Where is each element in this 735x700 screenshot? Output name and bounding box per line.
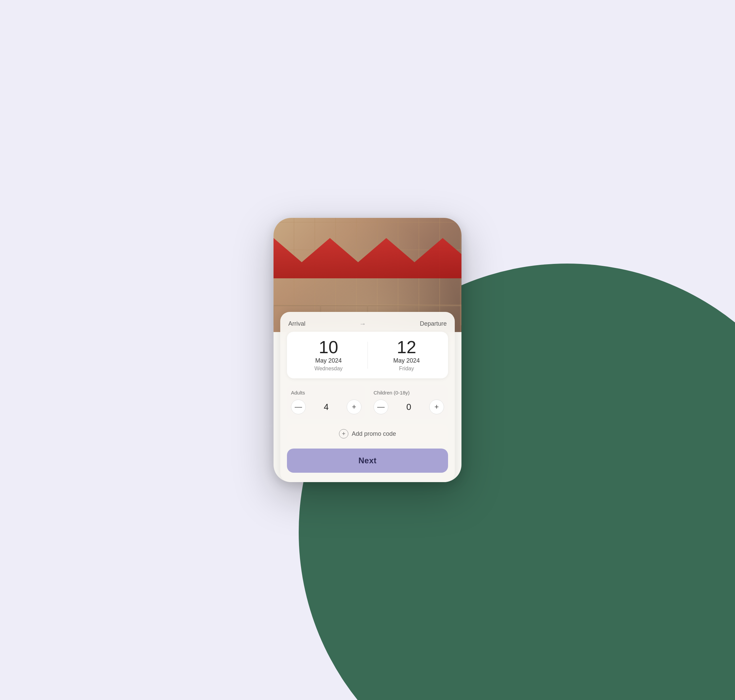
adults-group: Adults — 4 + (287, 385, 366, 419)
children-decrement-button[interactable]: — (373, 400, 388, 414)
departure-month-year: May 2024 (370, 357, 443, 364)
plus-symbol: + (342, 430, 346, 437)
date-range-header: Arrival → Departure (287, 320, 448, 328)
promo-plus-icon: + (339, 429, 348, 438)
promo-label: Add promo code (352, 430, 396, 437)
arrival-weekday: Wednesday (293, 366, 365, 372)
phone-frame: Arrival → Departure 10 May 2024 Wednesda… (273, 218, 462, 482)
departure-day: 12 (370, 338, 443, 356)
guests-section: Adults — 4 + Children (0-18y) — 0 + (287, 385, 448, 419)
children-value: 0 (404, 402, 414, 412)
departure-date: 12 May 2024 Friday (370, 338, 443, 372)
adults-counter: — 4 + (291, 400, 362, 414)
adults-increment-button[interactable]: + (347, 400, 362, 414)
date-selection-box[interactable]: 10 May 2024 Wednesday 12 May 2024 Friday (287, 332, 448, 378)
children-increment-button[interactable]: + (429, 400, 444, 414)
booking-card: Arrival → Departure 10 May 2024 Wednesda… (280, 312, 455, 482)
arrow-icon: → (359, 320, 366, 328)
next-button[interactable]: Next (287, 449, 448, 473)
arrival-day: 10 (293, 338, 365, 356)
arrival-date: 10 May 2024 Wednesday (293, 338, 365, 372)
phone-wrapper: Arrival → Departure 10 May 2024 Wednesda… (273, 218, 462, 482)
children-group: Children (0-18y) — 0 + (369, 385, 448, 419)
arrival-month-year: May 2024 (293, 357, 365, 364)
children-label: Children (0-18y) (373, 390, 444, 396)
departure-label: Departure (420, 320, 447, 327)
arrival-label: Arrival (288, 320, 306, 327)
adults-label: Adults (291, 390, 362, 396)
promo-code-row[interactable]: + Add promo code (287, 424, 448, 443)
date-divider (368, 342, 368, 369)
adults-value: 4 (321, 402, 331, 412)
children-counter: — 0 + (373, 400, 444, 414)
departure-weekday: Friday (370, 366, 443, 372)
adults-decrement-button[interactable]: — (291, 400, 306, 414)
